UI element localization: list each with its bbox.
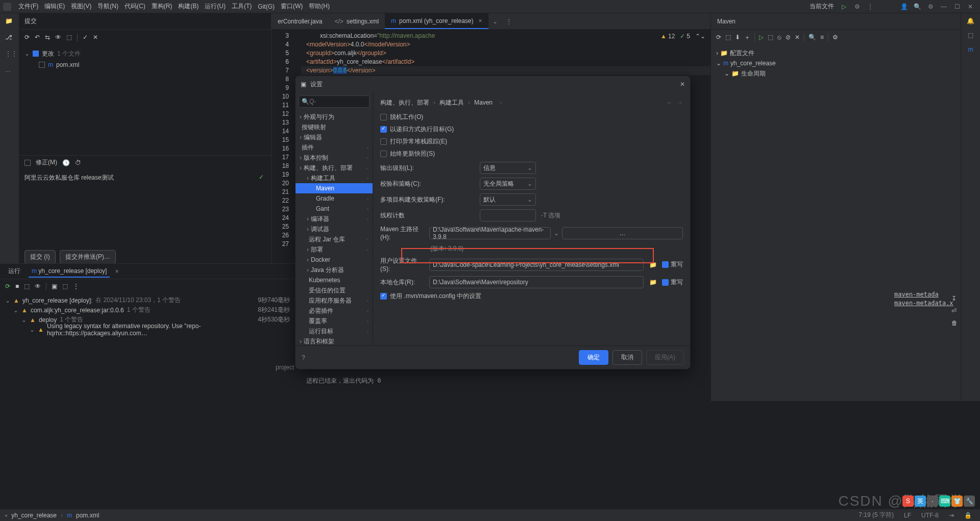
cancel-button[interactable]: 取消 <box>612 350 642 365</box>
line-sep[interactable]: LF <box>901 512 914 519</box>
tab-controller[interactable]: erController.java <box>272 13 328 29</box>
run-tab-label[interactable]: 运行 <box>5 265 23 278</box>
expand-all-icon[interactable]: ▣ <box>52 283 57 290</box>
clear-console-icon[interactable]: 🗑 <box>951 319 958 327</box>
user-settings-input[interactable]: D:\Java\Code-space\Learning-Projects\yh_… <box>429 259 644 271</box>
settings-node[interactable]: › 构建工具▫ <box>296 173 373 183</box>
tab-settings-xml[interactable]: </>settings.xml <box>328 13 385 29</box>
more-tool-icon[interactable]: … <box>5 66 14 76</box>
run-tree-row[interactable]: ⌄▲ com.aljk:yh_core_release:jar:0.0.6 1 … <box>5 305 290 315</box>
skip-tests-icon[interactable]: ⊘ <box>786 34 791 41</box>
settings-node[interactable]: 必需插件▫ <box>296 306 373 316</box>
changed-file-row[interactable]: m pom.xml <box>24 59 266 70</box>
menu-code[interactable]: 代码(C) <box>121 1 149 12</box>
search-everywhere-icon[interactable]: 🔍 <box>913 2 922 11</box>
notifications-icon[interactable]: 🔔 <box>967 17 974 24</box>
status-module-icon[interactable]: ▫ <box>5 512 7 519</box>
console-link[interactable]: maven-metadata.x <box>894 300 961 308</box>
snapshot-checkbox[interactable] <box>380 151 387 157</box>
run-icon[interactable]: ▷ <box>839 2 848 11</box>
crumb-fwd-icon[interactable]: → <box>677 99 683 106</box>
encoding[interactable]: UTF-8 <box>918 512 942 519</box>
apply-button[interactable]: 应用(A) <box>646 350 684 365</box>
settings-node[interactable]: › 调试器 <box>296 224 373 234</box>
stop-run-icon[interactable]: ■ <box>15 283 19 290</box>
maven-project-node[interactable]: ⌄myh_core_release <box>716 58 955 68</box>
export-icon[interactable]: ⬚ <box>62 283 68 290</box>
changes-root[interactable]: ⌄ 更改 1 个文件 <box>24 48 266 59</box>
commit-button[interactable]: 提交 (I) <box>24 250 56 264</box>
download-icon[interactable]: ⬇ <box>735 34 740 41</box>
maven-settings-icon[interactable]: ⚙ <box>832 34 838 41</box>
collapse-icon[interactable]: ≡ <box>820 34 824 41</box>
ime-kb-icon[interactable]: ⌨ <box>939 495 950 507</box>
commit-message-area[interactable]: 阿里云云效私服仓库 release测试 ✓ <box>19 169 271 246</box>
maven-home-browse[interactable]: … <box>562 227 683 239</box>
commit-tool-icon[interactable]: ⎇ <box>5 34 14 43</box>
settings-node[interactable]: 应用程序服务器▫ <box>296 295 373 306</box>
settings-node[interactable]: Maven▫ <box>296 183 373 193</box>
settings-node[interactable]: Gant▫ <box>296 204 373 214</box>
settings-node[interactable]: › 编译器▫ <box>296 214 373 224</box>
tab-overflow[interactable]: ⌄ <box>488 13 502 29</box>
file-checkbox[interactable] <box>39 62 45 68</box>
changelist-icon[interactable]: ✓ <box>83 34 88 41</box>
dialog-close-icon[interactable]: ✕ <box>680 81 685 88</box>
amend-checkbox[interactable] <box>24 160 31 166</box>
menu-view[interactable]: 视图(V) <box>68 1 94 12</box>
settings-node[interactable]: 运行目标▫ <box>296 326 373 336</box>
ok-badge[interactable]: ✓5 <box>680 33 690 40</box>
changes-checkbox[interactable] <box>33 51 39 57</box>
menu-run[interactable]: 运行(U) <box>202 1 229 12</box>
ime-tool-icon[interactable]: 🔧 <box>964 495 975 507</box>
ime-sogou-icon[interactable]: S <box>902 495 914 507</box>
menu-build[interactable]: 构建(B) <box>175 1 202 12</box>
help-icon[interactable]: ? <box>302 354 305 361</box>
settings-node[interactable]: › 部署▫ <box>296 244 373 255</box>
menu-git[interactable]: Git(G) <box>255 2 278 11</box>
database-tool-icon[interactable]: ⬚ <box>968 32 973 39</box>
ok-button[interactable]: 确定 <box>579 350 608 365</box>
commit-push-button[interactable]: 提交并推送(P)… <box>60 250 116 264</box>
lock-icon[interactable]: 🔒 <box>961 512 975 519</box>
commit-history-icon[interactable]: 🕓 <box>62 159 70 166</box>
shelve-icon[interactable]: 👁 <box>55 34 61 41</box>
minimize-icon[interactable]: — <box>939 2 948 11</box>
execute-icon[interactable]: ⬚ <box>768 34 773 41</box>
toggle-offline-icon[interactable]: ⦸ <box>777 34 781 41</box>
maven-home-dropdown-icon[interactable]: ⌄ <box>554 230 559 237</box>
settings-node[interactable]: 受信任的位置 <box>296 285 373 295</box>
user-settings-browse-icon[interactable]: 📁 <box>647 259 659 271</box>
maven-profiles-node[interactable]: ›📁配置文件 <box>716 48 955 58</box>
project-tool-icon[interactable]: 📁 <box>5 17 14 27</box>
local-repo-browse-icon[interactable]: 📁 <box>647 276 659 288</box>
run-target[interactable]: 当前文件 <box>806 1 837 12</box>
mvnconfig-checkbox[interactable] <box>380 293 387 300</box>
stop-icon[interactable]: ✕ <box>795 34 800 41</box>
checksum-select[interactable]: 无全局策略 <box>480 178 536 190</box>
diff-icon[interactable]: ⇆ <box>45 34 50 41</box>
run-tree-row[interactable]: ⌄▲ Using legacy syntax for alternative r… <box>5 325 290 334</box>
rollback-icon[interactable]: ↶ <box>35 34 40 41</box>
menu-help[interactable]: 帮助(H) <box>306 1 333 12</box>
settings-node[interactable]: › 编辑器 <box>296 132 373 142</box>
settings-node[interactable]: › 外观与行为 <box>296 112 373 122</box>
user-settings-override-checkbox[interactable] <box>662 261 669 268</box>
settings-node[interactable]: 插件▫ <box>296 142 373 153</box>
refresh-icon[interactable]: ⟳ <box>24 34 30 41</box>
run-filter-icon[interactable]: ⬚ <box>24 283 30 290</box>
wrap-console-icon[interactable]: ⏎ <box>951 307 958 314</box>
generate-icon[interactable]: ⬚ <box>725 34 731 41</box>
maven-tool-icon[interactable]: m <box>968 46 973 53</box>
account-icon[interactable]: 👤 <box>899 2 909 11</box>
maven-home-input[interactable]: D:\Java\Software\Maven\apache-maven-3.9.… <box>429 227 551 239</box>
inspection-icon[interactable]: ⌃⌄ <box>695 33 705 40</box>
run-view-icon[interactable]: 👁 <box>35 283 41 290</box>
menu-navigate[interactable]: 导航(N) <box>94 1 121 12</box>
reload-icon[interactable]: ⟳ <box>716 34 721 41</box>
stacktrace-checkbox[interactable] <box>380 138 387 145</box>
caret-position[interactable]: 7:19 (5 字符) <box>855 511 897 519</box>
run-tab-close-icon[interactable]: × <box>115 268 118 275</box>
settings-node[interactable]: › Docker <box>296 255 373 265</box>
maven-lifecycle-node[interactable]: ⌄📁生命周期 <box>716 68 955 79</box>
